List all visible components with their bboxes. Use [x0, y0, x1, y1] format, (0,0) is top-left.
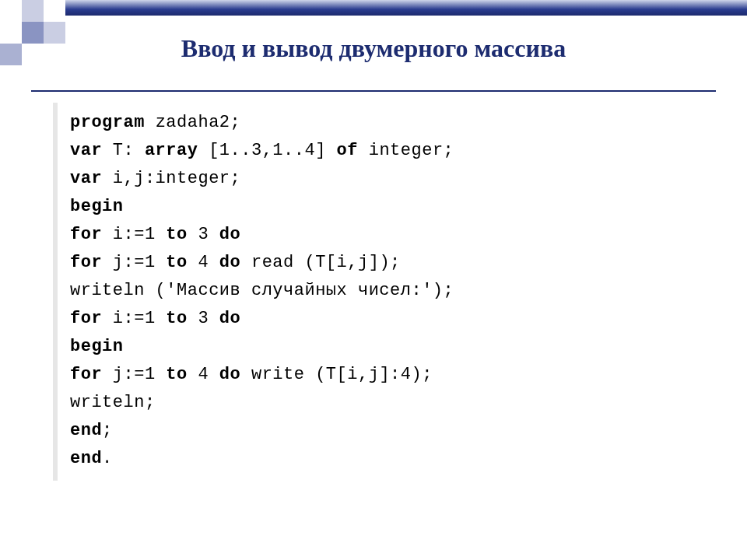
code-keyword: var — [70, 169, 113, 188]
code-keyword: for — [70, 225, 113, 244]
code-keyword: to — [166, 225, 198, 244]
code-line: end; — [70, 417, 537, 445]
slide: Ввод и вывод двумерного массива program … — [0, 0, 747, 560]
code-keyword: to — [166, 309, 198, 328]
title-underline — [31, 90, 716, 92]
code-line: for i:=1 to 3 do — [70, 221, 537, 249]
code-keyword: for — [70, 253, 113, 272]
code-line: begin — [70, 333, 537, 361]
code-keyword: to — [166, 365, 198, 384]
code-keyword: program — [70, 113, 156, 132]
code-text: j:=1 — [113, 365, 167, 384]
code-text: 4 — [198, 365, 219, 384]
code-keyword: begin — [70, 197, 124, 216]
code-text: integer; — [369, 141, 454, 160]
code-keyword: do — [219, 253, 251, 272]
code-text: 4 — [198, 253, 219, 272]
code-keyword: array — [145, 141, 209, 160]
code-keyword: to — [166, 253, 198, 272]
code-line: program zadaha2; — [70, 109, 537, 137]
code-text: zadaha2; — [156, 113, 241, 132]
code-text: . — [102, 449, 113, 468]
code-line: writeln ('Массив случайных чисел:'); — [70, 277, 537, 305]
ornament-square — [22, 0, 44, 22]
code-keyword: for — [70, 309, 113, 328]
code-line: writeln; — [70, 389, 537, 417]
code-keyword: do — [219, 365, 251, 384]
code-text: i:=1 — [113, 225, 167, 244]
code-keyword: begin — [70, 337, 124, 356]
code-text: 3 — [198, 225, 219, 244]
code-keyword: end — [70, 421, 102, 440]
code-text: writeln; — [70, 393, 156, 412]
code-keyword: do — [219, 309, 240, 328]
code-block: program zadaha2;var T: array [1..3,1..4]… — [53, 103, 537, 481]
code-text: i:=1 — [113, 309, 167, 328]
code-line: end. — [70, 445, 537, 473]
code-text: T: — [113, 141, 145, 160]
code-keyword: do — [219, 225, 240, 244]
top-stripe — [65, 0, 747, 16]
code-line: var T: array [1..3,1..4] of integer; — [70, 137, 537, 165]
code-text: read (T[i,j]); — [251, 253, 401, 272]
slide-title: Ввод и вывод двумерного массива — [0, 34, 747, 63]
code-text: j:=1 — [113, 253, 167, 272]
code-line: var i,j:integer; — [70, 165, 537, 193]
code-keyword: of — [337, 141, 369, 160]
code-text: ; — [102, 421, 113, 440]
code-keyword: for — [70, 365, 113, 384]
code-keyword: var — [70, 141, 113, 160]
code-text: i,j:integer; — [113, 169, 240, 188]
code-text: 3 — [198, 309, 219, 328]
code-text: write (T[i,j]:4); — [251, 365, 433, 384]
code-line: begin — [70, 193, 537, 221]
code-line: for i:=1 to 3 do — [70, 305, 537, 333]
code-text: writeln ('Массив случайных чисел:'); — [70, 281, 454, 300]
code-keyword: end — [70, 449, 102, 468]
code-line: for j:=1 to 4 do read (T[i,j]); — [70, 249, 537, 277]
code-line: for j:=1 to 4 do write (T[i,j]:4); — [70, 361, 537, 389]
code-text: [1..3,1..4] — [209, 141, 336, 160]
